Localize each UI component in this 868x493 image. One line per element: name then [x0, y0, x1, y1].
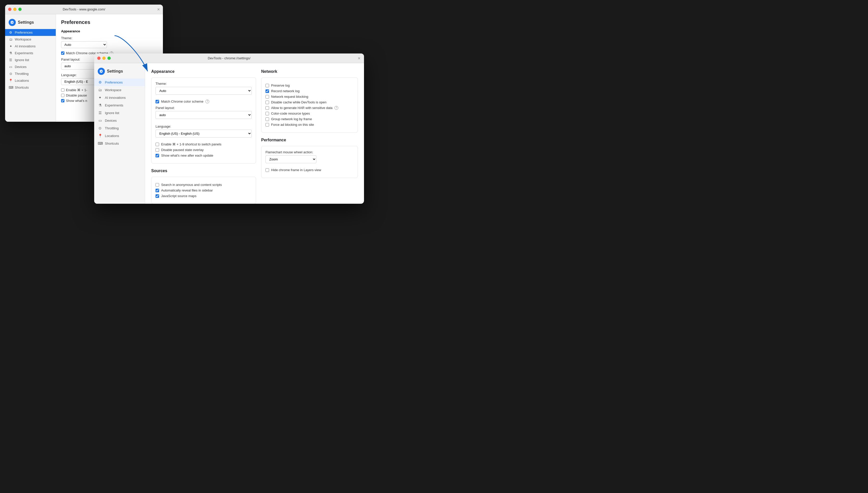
front-network-preserve-row: Preserve log: [266, 84, 354, 87]
front-ignore-list-icon: ☰: [98, 111, 102, 115]
front-perf-hide-chrome-checkbox[interactable]: [266, 168, 269, 172]
front-minimize-tl[interactable]: [102, 57, 106, 60]
front-close-button[interactable]: ×: [358, 56, 360, 61]
back-nav-locations[interactable]: 📍 Locations: [5, 77, 56, 84]
back-settings-label: Settings: [18, 20, 34, 25]
front-nav-ignore-list[interactable]: ☰ Ignore list: [94, 109, 145, 116]
front-main: Appearance Theme: Auto Light Dark Match …: [145, 63, 364, 204]
back-nav-devices[interactable]: ▭ Devices: [5, 63, 56, 70]
front-network-disable-cache-checkbox[interactable]: [266, 101, 269, 104]
front-close-tl[interactable]: [97, 57, 101, 60]
front-flamechart-select[interactable]: Zoom Scroll: [266, 155, 316, 163]
back-nav-experiments[interactable]: ⚗ Experiments: [5, 50, 56, 57]
front-nav-throttling-label: Throttling: [105, 126, 119, 130]
back-maximize-button[interactable]: [18, 8, 22, 11]
back-panel-layout-label: Panel layout:: [61, 58, 80, 61]
back-minimize-button[interactable]: [13, 8, 17, 11]
front-sources-reveal-checkbox[interactable]: [156, 189, 159, 192]
back-nav-workspace[interactable]: 🗂 Workspace: [5, 36, 56, 43]
front-network-blocking-label: Network request blocking: [271, 95, 308, 99]
back-disable-paused-checkbox[interactable]: [61, 94, 64, 97]
back-disable-paused-label: Disable pause: [66, 93, 87, 97]
front-network-color-code-checkbox[interactable]: [266, 112, 269, 115]
front-settings-header-label: Settings: [107, 69, 123, 73]
back-close-button[interactable]: [8, 8, 12, 11]
front-network-preserve-checkbox[interactable]: [266, 84, 269, 87]
front-sources-js-maps-checkbox[interactable]: [156, 194, 159, 198]
front-disable-paused-checkbox[interactable]: [156, 148, 159, 152]
front-nav-experiments[interactable]: ⚗ Experiments: [94, 101, 145, 109]
front-sources-js-maps-row: JavaScript source maps: [156, 194, 252, 198]
front-window: DevTools - chrome://settings/ × Settings…: [94, 53, 364, 204]
front-network-disable-cache-row: Disable cache while DevTools is open: [266, 100, 354, 104]
front-throttling-icon: ⊙: [98, 126, 102, 130]
front-match-chrome-checkbox[interactable]: [156, 100, 159, 103]
back-appearance-heading: Appearance: [61, 29, 158, 33]
back-theme-select[interactable]: Auto: [61, 41, 107, 48]
front-sources-card: Search in anonymous and content scripts …: [151, 177, 256, 204]
front-show-whats-new-label: Show what's new after each update: [161, 153, 213, 157]
front-theme-label: Theme:: [156, 82, 252, 86]
front-network-force-ad-checkbox[interactable]: [266, 123, 269, 127]
front-maximize-tl[interactable]: [107, 57, 111, 60]
back-settings-header: Settings: [5, 17, 56, 29]
front-enable-shortcut-row: Enable ⌘ + 1-9 shortcut to switch panels: [156, 142, 252, 146]
front-nav-shortcuts[interactable]: ⌨ Shortcuts: [94, 140, 145, 147]
back-enable-shortcut-checkbox[interactable]: [61, 88, 64, 92]
front-nav-ai[interactable]: ✦ AI innovations: [94, 94, 145, 101]
front-network-record-checkbox[interactable]: [266, 89, 269, 93]
shortcuts-icon: ⌨: [9, 86, 13, 89]
front-sources-anon-checkbox[interactable]: [156, 183, 159, 187]
front-network-blocking-checkbox[interactable]: [266, 95, 269, 99]
front-performance-heading: Performance: [261, 138, 358, 142]
front-nav-workspace-label: Workspace: [105, 88, 121, 92]
back-nav-locations-label: Locations: [15, 79, 29, 83]
front-match-chrome-label: Match Chrome color scheme: [161, 100, 203, 103]
front-shortcuts-icon: ⌨: [98, 141, 102, 145]
front-sources-reveal-label: Automatically reveal files in sidebar: [161, 189, 213, 192]
front-nav-preferences[interactable]: ⚙ Preferences: [94, 79, 145, 86]
front-show-whats-new-checkbox[interactable]: [156, 154, 159, 157]
front-network-har-row: Allow to generate HAR with sensitive dat…: [266, 106, 354, 110]
experiments-icon: ⚗: [9, 51, 13, 55]
front-sources-anon-row: Search in anonymous and content scripts: [156, 183, 252, 187]
front-performance-card: Flamechart mouse wheel action: Zoom Scro…: [261, 146, 358, 178]
front-network-har-checkbox[interactable]: [266, 106, 269, 110]
front-network-record-row: Record network log: [266, 89, 354, 93]
front-theme-select[interactable]: Auto Light Dark: [156, 87, 252, 95]
back-nav-ignore-list[interactable]: ☰ Ignore list: [5, 57, 56, 63]
front-network-force-ad-label: Force ad blocking on this site: [271, 123, 314, 127]
front-network-group-by-frame-row: Group network log by frame: [266, 117, 354, 121]
front-sources-js-maps-label: JavaScript source maps: [161, 194, 197, 198]
back-show-whats-new-checkbox[interactable]: [61, 99, 64, 102]
front-nav-throttling[interactable]: ⊙ Throttling: [94, 124, 145, 132]
front-panel-layout-select[interactable]: auto horizontal vertical: [156, 111, 252, 119]
back-nav-throttling[interactable]: ⊙ Throttling: [5, 70, 56, 77]
back-nav-preferences[interactable]: ⚙ Preferences: [5, 29, 56, 36]
locations-icon: 📍: [9, 79, 13, 83]
front-network-preserve-label: Preserve log: [271, 84, 290, 87]
back-language-label: Language:: [61, 73, 76, 77]
front-show-whats-new-row: Show what's new after each update: [156, 153, 252, 157]
front-network-group-by-frame-checkbox[interactable]: [266, 117, 269, 121]
front-nav-ignore-label: Ignore list: [105, 111, 119, 115]
front-left-col: Appearance Theme: Auto Light Dark Match …: [151, 69, 261, 198]
front-enable-shortcut-checkbox[interactable]: [156, 143, 159, 146]
back-match-chrome-checkbox[interactable]: [61, 51, 64, 55]
front-sources-reveal-row: Automatically reveal files in sidebar: [156, 189, 252, 192]
back-show-whats-new-label: Show what's n: [66, 99, 87, 103]
front-flamechart-label: Flamechart mouse wheel action:: [266, 150, 354, 154]
front-network-blocking-row: Network request blocking: [266, 95, 354, 99]
back-nav-shortcuts[interactable]: ⌨ Shortcuts: [5, 84, 56, 91]
front-nav-shortcuts-label: Shortcuts: [105, 142, 119, 145]
throttling-icon: ⊙: [9, 72, 13, 76]
front-sources-anon-label: Search in anonymous and content scripts: [161, 183, 222, 187]
front-nav-locations[interactable]: 📍 Locations: [94, 132, 145, 140]
preferences-icon: ⚙: [9, 30, 13, 35]
front-nav-devices[interactable]: ▭ Devices: [94, 116, 145, 124]
front-language-select[interactable]: English (US) - English (US): [156, 130, 252, 137]
back-nav-ai[interactable]: ✦ AI innovations: [5, 43, 56, 50]
back-nav-shortcuts-label: Shortcuts: [15, 86, 29, 89]
front-network-force-ad-row: Force ad blocking on this site: [266, 123, 354, 127]
front-nav-workspace[interactable]: 🗂 Workspace: [94, 86, 145, 94]
